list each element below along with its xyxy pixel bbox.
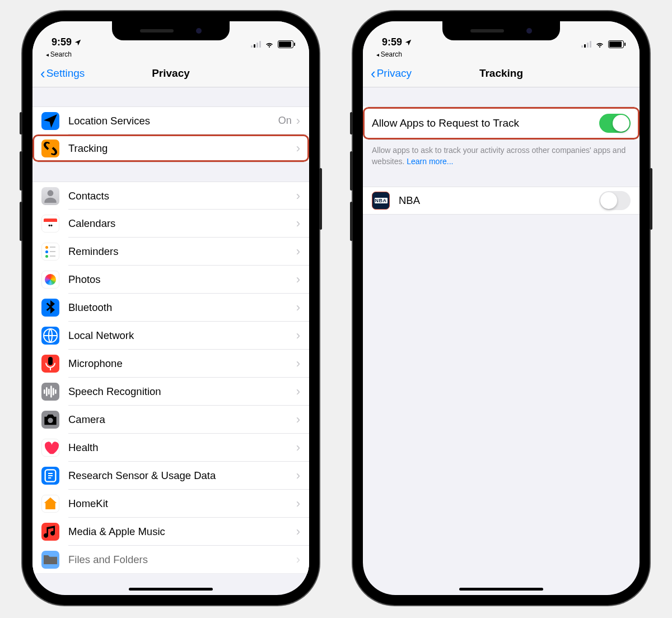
chevron-right-icon: › bbox=[296, 189, 300, 203]
chevron-right-icon: › bbox=[296, 468, 300, 483]
back-button[interactable]: ‹ Privacy bbox=[371, 67, 412, 80]
nav-bar: ‹ Settings Privacy bbox=[32, 59, 309, 87]
research-icon bbox=[41, 467, 59, 485]
nav-bar: ‹ Privacy Tracking bbox=[363, 59, 640, 87]
chevron-right-icon: › bbox=[296, 384, 300, 399]
row-label: Reminders bbox=[68, 245, 296, 258]
toggle-app-nba[interactable] bbox=[599, 191, 631, 210]
chevron-right-icon: › bbox=[296, 440, 300, 455]
health-icon bbox=[41, 439, 59, 457]
row-app-nba[interactable]: NBA NBA bbox=[363, 187, 640, 215]
row-allow-apps-to-track[interactable]: Allow Apps to Request to Track bbox=[363, 106, 640, 140]
tracking-content: Allow Apps to Request to Track Allow app… bbox=[363, 87, 640, 595]
page-title: Privacy bbox=[152, 67, 190, 80]
row-tracking[interactable]: Tracking › bbox=[32, 134, 309, 162]
home-indicator[interactable] bbox=[459, 588, 543, 591]
chevron-right-icon: › bbox=[296, 244, 300, 259]
svg-rect-2 bbox=[48, 357, 53, 365]
row-label: Calendars bbox=[68, 217, 296, 230]
volume-down bbox=[350, 202, 353, 241]
row-label: Speech Recognition bbox=[68, 385, 296, 398]
row-health[interactable]: Health › bbox=[32, 434, 309, 462]
status-time: 9:59 bbox=[382, 36, 402, 48]
breadcrumb-back[interactable]: Search bbox=[32, 50, 309, 59]
photos-icon bbox=[41, 271, 59, 289]
row-label: NBA bbox=[399, 194, 599, 207]
mute-switch bbox=[350, 112, 353, 134]
battery-icon bbox=[608, 40, 624, 48]
location-arrow-icon bbox=[74, 39, 82, 47]
chevron-right-icon: › bbox=[296, 114, 300, 128]
row-bluetooth[interactable]: Bluetooth › bbox=[32, 294, 309, 322]
homekit-icon bbox=[41, 495, 59, 513]
wifi-icon bbox=[595, 40, 605, 48]
row-local-network[interactable]: Local Network › bbox=[32, 322, 309, 350]
svg-point-0 bbox=[48, 190, 54, 196]
privacy-group-tracking: Location Services On › Tracking › bbox=[32, 106, 309, 162]
learn-more-link[interactable]: Learn more... bbox=[407, 157, 453, 166]
row-homekit[interactable]: HomeKit › bbox=[32, 490, 309, 518]
row-location-services[interactable]: Location Services On › bbox=[32, 106, 309, 134]
chevron-right-icon: › bbox=[296, 552, 300, 567]
phone-right-tracking: 9:59 Search ‹ Privacy Tracking Allow App… bbox=[353, 11, 650, 605]
status-time: 9:59 bbox=[52, 36, 72, 48]
row-label: Bluetooth bbox=[68, 301, 296, 314]
notch bbox=[112, 21, 230, 40]
row-media-apple-music[interactable]: Media & Apple Music › bbox=[32, 518, 309, 546]
allow-tracking-group: Allow Apps to Request to Track bbox=[363, 106, 640, 140]
wifi-icon bbox=[264, 40, 274, 48]
home-indicator[interactable] bbox=[129, 588, 213, 591]
row-label: Allow Apps to Request to Track bbox=[372, 117, 599, 129]
back-button[interactable]: ‹ Settings bbox=[40, 67, 85, 80]
back-label: Settings bbox=[46, 67, 85, 80]
row-photos[interactable]: Photos › bbox=[32, 266, 309, 294]
row-research[interactable]: Research Sensor & Usage Data › bbox=[32, 462, 309, 490]
row-label: Files and Folders bbox=[68, 554, 296, 566]
bluetooth-icon bbox=[41, 299, 59, 317]
privacy-list[interactable]: Location Services On › Tracking › Contac… bbox=[32, 87, 309, 595]
calendars-icon: •• bbox=[41, 215, 59, 233]
toggle-allow-tracking[interactable] bbox=[599, 114, 631, 133]
row-label: Location Services bbox=[68, 115, 278, 127]
chevron-right-icon: › bbox=[296, 272, 300, 287]
microphone-icon bbox=[41, 355, 59, 373]
camera-icon bbox=[41, 411, 59, 429]
breadcrumb-back[interactable]: Search bbox=[363, 50, 640, 59]
page-title: Tracking bbox=[479, 67, 523, 80]
cellular-icon bbox=[581, 41, 591, 48]
tracking-icon bbox=[41, 140, 59, 157]
tracking-apps-group: NBA NBA bbox=[363, 187, 640, 215]
music-icon bbox=[41, 523, 59, 541]
power-button bbox=[650, 168, 652, 230]
row-files-folders[interactable]: Files and Folders › bbox=[32, 546, 309, 574]
row-contacts[interactable]: Contacts › bbox=[32, 182, 309, 210]
row-reminders[interactable]: Reminders › bbox=[32, 238, 309, 266]
power-button bbox=[319, 168, 322, 230]
chevron-right-icon: › bbox=[296, 216, 300, 231]
chevron-right-icon: › bbox=[296, 356, 300, 371]
row-value: On bbox=[278, 115, 292, 127]
chevron-right-icon: › bbox=[296, 328, 300, 343]
battery-icon bbox=[278, 40, 293, 48]
row-label: Microphone bbox=[68, 357, 296, 370]
phone-left-privacy: 9:59 Search ‹ Settings Privacy bbox=[22, 11, 319, 605]
row-speech-recognition[interactable]: Speech Recognition › bbox=[32, 378, 309, 406]
chevron-right-icon: › bbox=[296, 524, 300, 539]
row-camera[interactable]: Camera › bbox=[32, 406, 309, 434]
speech-icon bbox=[41, 383, 59, 401]
location-arrow-icon bbox=[404, 39, 412, 47]
tracking-footer: Allow apps to ask to track your activity… bbox=[363, 140, 640, 168]
cellular-icon bbox=[251, 41, 261, 48]
row-label: Research Sensor & Usage Data bbox=[68, 470, 296, 482]
row-calendars[interactable]: •• Calendars › bbox=[32, 210, 309, 238]
volume-up bbox=[350, 151, 353, 190]
row-label: Tracking bbox=[68, 142, 296, 155]
row-label: Local Network bbox=[68, 329, 296, 342]
nba-app-icon: NBA bbox=[372, 192, 390, 210]
row-microphone[interactable]: Microphone › bbox=[32, 350, 309, 378]
folder-icon bbox=[41, 551, 59, 569]
row-label: Contacts bbox=[68, 190, 296, 202]
network-icon bbox=[41, 327, 59, 345]
reminders-icon bbox=[41, 243, 59, 261]
row-label: Health bbox=[68, 442, 296, 454]
